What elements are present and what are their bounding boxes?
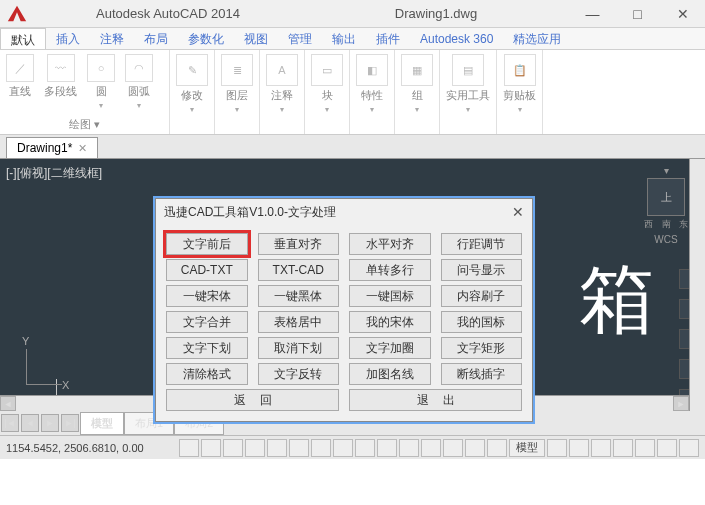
properties-tool[interactable]: ◧特性▾: [356, 54, 388, 114]
scroll-right-icon[interactable]: ►: [673, 396, 689, 411]
tab-manage[interactable]: 管理: [278, 28, 322, 49]
add-name-line-button[interactable]: 加图名线: [349, 363, 431, 385]
maximize-button[interactable]: □: [615, 0, 660, 28]
grid-icon[interactable]: [223, 439, 243, 457]
content-brush-button[interactable]: 内容刷子: [441, 285, 523, 307]
ortho-icon[interactable]: [245, 439, 265, 457]
remove-underline-button[interactable]: 取消下划: [258, 337, 340, 359]
txt-to-cad-button[interactable]: TXT-CAD: [258, 259, 340, 281]
otrack-icon[interactable]: [333, 439, 353, 457]
status-extra-1[interactable]: [547, 439, 567, 457]
utilities-tool[interactable]: ▤实用工具▾: [446, 54, 490, 114]
text-merge-button[interactable]: 文字合并: [166, 311, 248, 333]
doc-title: Drawing1.dwg: [302, 6, 570, 21]
annotate-tool[interactable]: A注释▾: [266, 54, 298, 114]
status-extra-3[interactable]: [591, 439, 611, 457]
file-tab[interactable]: Drawing1* ✕: [6, 137, 98, 158]
tab-a360[interactable]: Autodesk 360: [410, 28, 503, 49]
status-extra-7[interactable]: [679, 439, 699, 457]
block-tool[interactable]: ▭块▾: [311, 54, 343, 114]
text-rect-button[interactable]: 文字矩形: [441, 337, 523, 359]
tab-output[interactable]: 输出: [322, 28, 366, 49]
am-icon[interactable]: [487, 439, 507, 457]
lwt-icon[interactable]: [399, 439, 419, 457]
layout-tab-model[interactable]: 模型: [80, 412, 124, 435]
dyn-icon[interactable]: [377, 439, 397, 457]
group-tool[interactable]: ▦组▾: [401, 54, 433, 114]
viewcube-face[interactable]: 上: [647, 178, 685, 216]
viewcube[interactable]: ▾ 上 西南东 WCS: [639, 165, 693, 245]
layout-last-icon[interactable]: ►|: [61, 414, 79, 432]
qp-icon[interactable]: [443, 439, 463, 457]
group-draw-label: 绘图 ▾: [6, 115, 163, 132]
songti-button[interactable]: 一键宋体: [166, 285, 248, 307]
tab-plugins[interactable]: 插件: [366, 28, 410, 49]
status-extra-6[interactable]: [657, 439, 677, 457]
model-space-button[interactable]: 模型: [509, 439, 545, 457]
tpy-icon[interactable]: [421, 439, 441, 457]
osnap-icon[interactable]: [289, 439, 309, 457]
coordinates: 1154.5452, 2506.6810, 0.00: [6, 442, 144, 454]
vertical-align-button[interactable]: 垂直对齐: [258, 233, 340, 255]
my-songti-button[interactable]: 我的宋体: [349, 311, 431, 333]
ucs-y-axis: [26, 349, 27, 385]
tab-default[interactable]: 默认: [0, 28, 46, 49]
app-logo[interactable]: [0, 0, 34, 28]
sc-icon[interactable]: [465, 439, 485, 457]
ribbon: ／直线 〰多段线 ○圆▾ ◠圆弧▾ 绘图 ▾ ✎修改▾ ≣图层▾ A注释▾ ▭块…: [0, 50, 705, 135]
tab-annotate[interactable]: 注释: [90, 28, 134, 49]
tab-parametric[interactable]: 参数化: [178, 28, 234, 49]
single-to-multi-button[interactable]: 单转多行: [349, 259, 431, 281]
ucs-x-label: X: [62, 379, 69, 391]
clear-format-button[interactable]: 清除格式: [166, 363, 248, 385]
polar-icon[interactable]: [267, 439, 287, 457]
ducs-icon[interactable]: [355, 439, 375, 457]
clipboard-tool[interactable]: 📋剪贴板▾: [503, 54, 536, 114]
file-tab-close-icon[interactable]: ✕: [78, 142, 87, 155]
polyline-tool[interactable]: 〰多段线: [44, 54, 77, 99]
close-button[interactable]: ✕: [660, 0, 705, 28]
status-extra-2[interactable]: [569, 439, 589, 457]
status-extra-4[interactable]: [613, 439, 633, 457]
modify-tool[interactable]: ✎修改▾: [176, 54, 208, 114]
viewport-label[interactable]: [-][俯视][二维线框]: [6, 165, 102, 182]
dialog-close-icon[interactable]: ✕: [512, 204, 524, 220]
back-button[interactable]: 返回: [166, 389, 339, 411]
layout-first-icon[interactable]: |◄: [1, 414, 19, 432]
cad-to-txt-button[interactable]: CAD-TXT: [166, 259, 248, 281]
circle-tool[interactable]: ○圆▾: [87, 54, 115, 110]
minimize-button[interactable]: ―: [570, 0, 615, 28]
heiti-button[interactable]: 一键黑体: [258, 285, 340, 307]
tab-insert[interactable]: 插入: [46, 28, 90, 49]
3dosnap-icon[interactable]: [311, 439, 331, 457]
text-flip-button[interactable]: 文字反转: [258, 363, 340, 385]
layout-next-icon[interactable]: ►: [41, 414, 59, 432]
line-tool[interactable]: ／直线: [6, 54, 34, 99]
arc-tool[interactable]: ◠圆弧▾: [125, 54, 153, 110]
text-circle-button[interactable]: 文字加圈: [349, 337, 431, 359]
snap-icon[interactable]: [201, 439, 221, 457]
layer-tool[interactable]: ≣图层▾: [221, 54, 253, 114]
status-extra-5[interactable]: [635, 439, 655, 457]
underline-button[interactable]: 文字下划: [166, 337, 248, 359]
exit-button[interactable]: 退出: [349, 389, 522, 411]
question-mark-button[interactable]: 问号显示: [441, 259, 523, 281]
guobiao-button[interactable]: 一键国标: [349, 285, 431, 307]
break-insert-button[interactable]: 断线插字: [441, 363, 523, 385]
tab-featured[interactable]: 精选应用: [503, 28, 571, 49]
ucs-y-label: Y: [22, 335, 29, 347]
file-tab-label: Drawing1*: [17, 141, 72, 155]
my-guobiao-button[interactable]: 我的国标: [441, 311, 523, 333]
tab-view[interactable]: 视图: [234, 28, 278, 49]
infer-icon[interactable]: [179, 439, 199, 457]
tab-layout[interactable]: 布局: [134, 28, 178, 49]
layout-prev-icon[interactable]: ◄: [21, 414, 39, 432]
viewcube-compass[interactable]: 西南东: [644, 218, 688, 232]
horizontal-align-button[interactable]: 水平对齐: [349, 233, 431, 255]
vertical-scrollbar[interactable]: [689, 159, 705, 411]
table-center-button[interactable]: 表格居中: [258, 311, 340, 333]
line-spacing-button[interactable]: 行距调节: [441, 233, 523, 255]
scroll-left-icon[interactable]: ◄: [0, 396, 16, 411]
canvas-text: 箱: [579, 249, 655, 352]
text-prefix-suffix-button[interactable]: 文字前后: [166, 233, 248, 255]
